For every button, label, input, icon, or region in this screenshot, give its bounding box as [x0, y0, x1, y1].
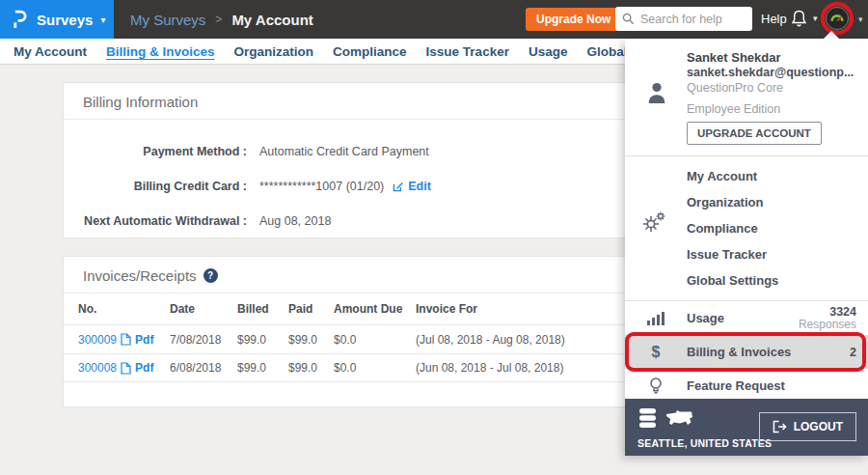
bell-chevron-down-icon[interactable]: ▾	[813, 14, 818, 23]
product-name: Surveys	[37, 12, 93, 28]
invoices-card-title: Invoices/Receipts	[83, 267, 197, 284]
tab-my-account[interactable]: My Account	[14, 44, 87, 59]
user-edition: Employee Edition	[687, 102, 780, 116]
invoice-pdf-link[interactable]: Pdf	[135, 333, 153, 347]
dropdown-caret-icon	[824, 31, 839, 39]
database-icon	[638, 407, 658, 430]
avatar-chevron-down-icon[interactable]: ▾	[858, 14, 863, 24]
pdf-file-icon	[121, 333, 131, 346]
logout-button[interactable]: LOGOUT	[759, 412, 856, 441]
edit-credit-card-link[interactable]: Edit	[393, 180, 431, 193]
col-billed: Billed	[237, 302, 288, 316]
help-search[interactable]	[615, 7, 752, 31]
avatar-annotation-circle	[821, 2, 854, 35]
col-date: Date	[170, 302, 237, 316]
menu-item-feature-request[interactable]: Feature Request	[625, 369, 868, 403]
col-no: No.	[78, 302, 170, 316]
gears-icon	[643, 211, 666, 233]
invoice-paid: $99.0	[288, 333, 334, 347]
usage-count: 3324 Responses	[799, 306, 856, 331]
usage-menu-group: Usage 3324 Responses $ Billing & Invoice…	[625, 301, 868, 403]
breadcrumb-my-surveys[interactable]: My Surveys	[130, 12, 205, 28]
search-icon	[622, 13, 635, 25]
credit-card-label: Billing Credit Card :	[64, 180, 247, 193]
avatar-gauge-image	[828, 10, 846, 27]
account-menu-group: My Account Organization Compliance Issue…	[625, 156, 868, 301]
user-product: QuestionPro Core	[687, 81, 783, 95]
tab-organization[interactable]: Organization	[234, 44, 314, 59]
datacenter-location: SEATTLE, UNITED STATES	[637, 437, 772, 449]
invoice-amount-due: $0.0	[334, 333, 416, 347]
help-icon[interactable]: ?	[203, 268, 218, 283]
invoice-amount-due: $0.0	[334, 361, 416, 375]
logout-icon	[773, 420, 787, 433]
invoice-paid: $99.0	[288, 361, 334, 375]
menu-item-usage[interactable]: Usage 3324 Responses	[625, 301, 868, 335]
bar-chart-icon	[647, 311, 665, 325]
breadcrumb-separator-icon: >	[215, 13, 222, 26]
pdf-file-icon	[121, 362, 131, 375]
user-name: Sanket Shekdar	[687, 50, 781, 65]
menu-item-global-settings[interactable]: Global Settings	[625, 267, 868, 293]
search-input[interactable]	[640, 13, 746, 26]
col-amount-due: Amount Due	[334, 302, 416, 316]
user-icon	[646, 81, 667, 104]
tab-issue-tracker[interactable]: Issue Tracker	[426, 44, 509, 59]
invoice-date: 7/08/2018	[170, 333, 237, 347]
invoice-number-link[interactable]: 300008	[78, 361, 117, 375]
withdrawal-value: Aug 08, 2018	[259, 214, 331, 228]
col-paid: Paid	[288, 302, 334, 316]
credit-card-value: ************1007 (01/20)	[259, 180, 384, 193]
app-screen: Surveys ▾ My Surveys > My Account Upgrad…	[0, 0, 868, 475]
menu-item-issue-tracker[interactable]: Issue Tracker	[625, 241, 868, 267]
notifications-bell-icon[interactable]	[790, 9, 808, 34]
invoice-date: 6/08/2018	[170, 361, 237, 375]
upgrade-now-button[interactable]: Upgrade Now	[526, 8, 621, 31]
dropdown-footer: SEATTLE, UNITED STATES LOGOUT	[625, 399, 868, 456]
user-email: sanket.shekdar@questionp...	[687, 66, 854, 79]
help-link[interactable]: Help	[761, 0, 787, 39]
edit-pencil-icon	[393, 181, 404, 192]
avatar[interactable]	[826, 7, 849, 30]
withdrawal-label: Next Automatic Withdrawal :	[64, 214, 247, 228]
tab-billing-invoices[interactable]: Billing & Invoices	[106, 44, 215, 59]
account-dropdown-panel: Sanket Shekdar sanket.shekdar@questionp.…	[625, 39, 868, 456]
breadcrumb-current-page: My Account	[231, 12, 312, 28]
invoice-number-link[interactable]: 300009	[78, 333, 117, 347]
menu-item-billing-invoices[interactable]: $ Billing & Invoices 2	[625, 335, 868, 369]
invoice-billed: $99.0	[237, 333, 288, 347]
payment-method-value: Automatic Credit Card Payment	[259, 145, 429, 158]
profile-section: Sanket Shekdar sanket.shekdar@questionp.…	[625, 39, 868, 156]
invoice-billed: $99.0	[237, 361, 288, 375]
tab-compliance[interactable]: Compliance	[333, 44, 407, 59]
chevron-down-icon: ▾	[100, 14, 105, 25]
dollar-icon: $	[652, 344, 661, 361]
upgrade-account-button[interactable]: UPGRADE ACCOUNT	[687, 122, 822, 145]
billing-card-title: Billing Information	[83, 94, 198, 110]
payment-method-label: Payment Method :	[64, 145, 247, 158]
breadcrumb: My Surveys > My Account	[130, 0, 313, 39]
product-switcher[interactable]: Surveys ▾	[0, 0, 114, 39]
usa-map-icon	[665, 409, 694, 428]
questionpro-logo-icon	[13, 9, 27, 30]
lightbulb-icon	[649, 377, 663, 394]
menu-item-my-account[interactable]: My Account	[625, 163, 868, 189]
invoice-pdf-link[interactable]: Pdf	[135, 361, 153, 375]
top-header: Surveys ▾ My Surveys > My Account Upgrad…	[0, 0, 868, 39]
billing-invoices-count: 2	[850, 346, 856, 359]
tab-usage[interactable]: Usage	[529, 44, 568, 59]
